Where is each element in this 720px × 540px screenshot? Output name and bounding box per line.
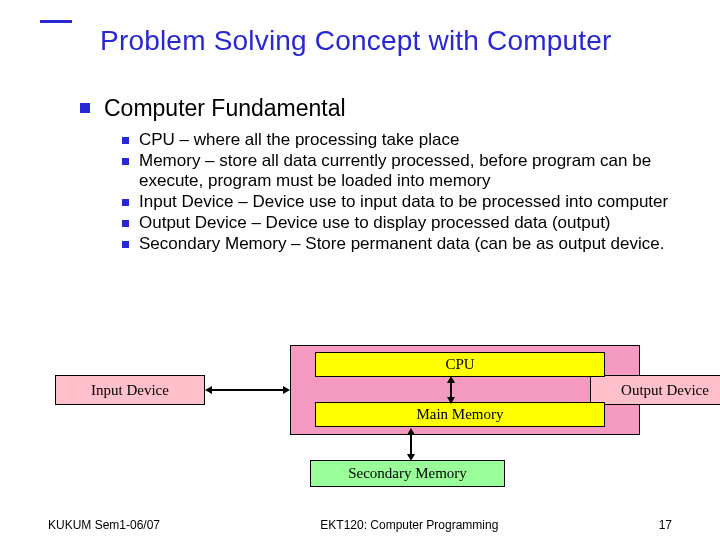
arrow-line-icon xyxy=(210,389,285,391)
square-bullet-icon xyxy=(122,158,129,165)
list-item: Secondary Memory – Store permanent data … xyxy=(122,234,680,254)
square-bullet-icon xyxy=(122,220,129,227)
title-rule-icon xyxy=(40,20,72,23)
arrow-head-right-icon xyxy=(283,386,290,394)
list-item: Input Device – Device use to input data … xyxy=(122,192,680,212)
item-text: CPU – where all the processing take plac… xyxy=(139,130,459,150)
output-device-box: Output Device xyxy=(590,375,720,405)
square-bullet-icon xyxy=(122,241,129,248)
footer: KUKUM Sem1-06/07 EKT120: Computer Progra… xyxy=(0,518,720,532)
computer-diagram: CPU Main Memory Input Device Output Devi… xyxy=(50,340,670,495)
cpu-box: CPU xyxy=(315,352,605,377)
footer-center: EKT120: Computer Programming xyxy=(320,518,498,532)
sub-bullet-list: CPU – where all the processing take plac… xyxy=(122,130,680,254)
square-bullet-icon xyxy=(80,103,90,113)
list-item: CPU – where all the processing take plac… xyxy=(122,130,680,150)
item-text: Output Device – Device use to display pr… xyxy=(139,213,611,233)
item-text: Input Device – Device use to input data … xyxy=(139,192,668,212)
heading-text: Computer Fundamental xyxy=(104,95,346,122)
title-block: Problem Solving Concept with Computer xyxy=(40,20,612,57)
item-text: Secondary Memory – Store permanent data … xyxy=(139,234,664,254)
main-memory-box: Main Memory xyxy=(315,402,605,427)
page-number: 17 xyxy=(659,518,672,532)
input-device-box: Input Device xyxy=(55,375,205,405)
body-content: Computer Fundamental CPU – where all the… xyxy=(80,95,680,255)
item-text: Memory – store all data currently proces… xyxy=(139,151,680,191)
arrow-head-up-icon xyxy=(407,428,415,435)
arrow-head-down-icon xyxy=(407,454,415,461)
arrow-head-up-icon xyxy=(447,376,455,383)
slide: Problem Solving Concept with Computer Co… xyxy=(0,0,720,540)
list-item: Output Device – Device use to display pr… xyxy=(122,213,680,233)
square-bullet-icon xyxy=(122,137,129,144)
arrow-head-down-icon xyxy=(447,397,455,404)
square-bullet-icon xyxy=(122,199,129,206)
secondary-memory-box: Secondary Memory xyxy=(310,460,505,487)
bullet-level1: Computer Fundamental xyxy=(80,95,680,122)
footer-left: KUKUM Sem1-06/07 xyxy=(48,518,160,532)
slide-title: Problem Solving Concept with Computer xyxy=(40,25,612,57)
arrow-head-left-icon xyxy=(205,386,212,394)
list-item: Memory – store all data currently proces… xyxy=(122,151,680,191)
